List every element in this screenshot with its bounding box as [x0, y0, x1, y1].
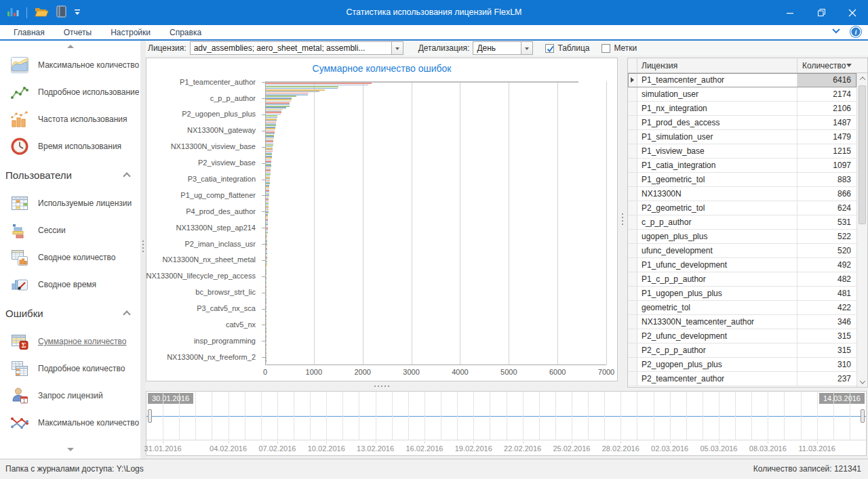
table-row[interactable]: geometric_tol422: [628, 301, 856, 315]
table-row[interactable]: P1_nx_integration2106: [628, 102, 856, 116]
menu-tab-4[interactable]: Справка: [160, 26, 211, 39]
range-track[interactable]: 30.01.2016 14.03.2016: [146, 392, 866, 440]
menu-tab-2[interactable]: Отчеты: [54, 26, 101, 39]
table-row[interactable]: simulation_user2174: [628, 87, 856, 102]
sidebar-item-сводное-количество[interactable]: Сводное количество: [0, 244, 140, 271]
detail-combobox[interactable]: День: [473, 41, 533, 55]
sidebar-item-максимальное-количество[interactable]: Максимальное количество: [0, 51, 140, 79]
open-folder-icon[interactable]: [35, 6, 49, 19]
timeline-date-label: 05.03.2016: [700, 444, 737, 453]
table-row[interactable]: P1_geometric_tol883: [628, 173, 856, 187]
table-row[interactable]: P2_geometric_tol624: [628, 201, 856, 215]
menu-tab-1[interactable]: Главная: [4, 26, 54, 39]
chart-gridline: [314, 81, 315, 365]
timeline-gridline: [473, 392, 474, 440]
scroll-up-button[interactable]: [857, 73, 867, 83]
timeline-gridline: [212, 392, 212, 440]
row-indicator-cell: [628, 159, 637, 172]
y-axis-tick-mark: [262, 341, 265, 341]
table-row[interactable]: P1_ufunc_development492: [628, 258, 856, 272]
chart-timeline-splitter-handle[interactable]: [146, 381, 618, 391]
y-axis-tick-label: P3_catv5_nx_sca: [197, 305, 256, 312]
qat-dropdown-icon[interactable]: [74, 8, 81, 18]
table-header-count[interactable]: Количество: [797, 58, 856, 72]
license-combobox[interactable]: adv_assemblies; aero_sheet_metal; assemb…: [190, 41, 403, 55]
sidebar-item-частота-использования[interactable]: Частота использования: [0, 106, 140, 133]
scroll-down-button[interactable]: [857, 377, 867, 387]
table-header-license[interactable]: Лицензия: [637, 58, 797, 72]
timeline-gridline: [703, 392, 703, 440]
license-name-cell: P1_catia_integration: [637, 159, 797, 172]
row-indicator-cell: [628, 215, 637, 229]
timeline-gridline: [735, 392, 736, 440]
detail-combobox-dropdown-button[interactable]: [521, 42, 532, 54]
sidebar-item-используемые-лицензии[interactable]: Используемые лицензии: [0, 190, 140, 217]
table-row[interactable]: P1_ugopen_plus_plus481: [628, 287, 856, 301]
table-scrollbar[interactable]: [856, 73, 867, 387]
range-left-handle[interactable]: [148, 409, 152, 423]
minimize-button[interactable]: [774, 0, 806, 25]
sidebar-section-ошибки[interactable]: Ошибки: [0, 298, 140, 328]
license-request-icon: 1: [9, 386, 30, 406]
ribbon-expand-chevron-icon[interactable]: [831, 27, 841, 37]
table-row[interactable]: P1_visview_base1215: [628, 144, 856, 159]
table-row[interactable]: P2_ufunc_development315: [628, 329, 856, 343]
table-row[interactable]: P1_c_p_p_author482: [628, 272, 856, 287]
range-start-badge: 30.01.2016: [148, 393, 193, 404]
y-axis-tick-label: bc_browsr_strt_lic: [195, 289, 256, 296]
license-name-cell: P1_prod_des_access: [637, 116, 797, 129]
table-checkbox-box[interactable]: [545, 44, 554, 53]
table-row[interactable]: P2_c_p_p_author315: [628, 343, 856, 358]
labels-checkbox-box[interactable]: [601, 44, 610, 53]
labels-checkbox[interactable]: Метки: [601, 43, 637, 53]
chart-table-splitter-handle[interactable]: [618, 58, 627, 388]
timeline-gridline: [163, 392, 163, 440]
table-row[interactable]: P1_teamcenter_author6416: [628, 73, 856, 87]
scrollbar-thumb[interactable]: [859, 85, 866, 224]
sidebar-scroll-up-button[interactable]: [0, 41, 140, 51]
y-axis-tick-mark: [262, 244, 265, 245]
table-row[interactable]: NX13300N_teamcenter_author346: [628, 315, 856, 329]
logs-folder-status: Папка с журналами доступа: Y:\Logs: [5, 464, 144, 474]
chart-table-splitter-grip-icon: [622, 213, 623, 225]
chart-plot-area: [265, 81, 606, 365]
timeline-date-label: 25.02.2016: [553, 444, 590, 453]
sidebar-item-суммарное-количество[interactable]: ΣСуммарное количество: [0, 328, 140, 355]
table-checkbox[interactable]: Таблица: [545, 43, 589, 53]
sidebar-splitter-handle[interactable]: [140, 41, 146, 459]
sidebar-item-запрос-лицензий[interactable]: 1Запрос лицензий: [0, 382, 140, 409]
sidebar-section-пользователи[interactable]: Пользователи: [0, 160, 140, 190]
y-axis-tick-mark: [262, 114, 265, 115]
restore-button[interactable]: [806, 0, 837, 25]
collapse-chevron-icon: [123, 310, 130, 318]
info-icon[interactable]: i: [850, 26, 861, 37]
sidebar-item-максимальное-количество[interactable]: Максимальное количество: [0, 409, 140, 436]
date-range-control[interactable]: 30.01.2016 14.03.2016 31.01.201604.02.20…: [146, 391, 867, 456]
close-button[interactable]: [837, 0, 868, 25]
menu-tab-3[interactable]: Настройки: [101, 26, 160, 39]
table-row[interactable]: P1_catia_integration1097: [628, 159, 856, 173]
row-indicator-cell: [628, 287, 637, 300]
x-axis-tick-label: 4000: [452, 368, 468, 376]
sidebar-item-сессии[interactable]: Сессии: [0, 217, 140, 244]
sidebar-item-подробное-использование[interactable]: Подробное использование: [0, 79, 140, 106]
table-row[interactable]: P2_ugopen_plus_plus310: [628, 358, 856, 372]
sidebar-scroll-down-button[interactable]: [0, 444, 140, 455]
table-row[interactable]: ugopen_plus_plus522: [628, 230, 856, 244]
license-name-cell: P1_simulation_user: [637, 130, 797, 144]
table-row[interactable]: c_p_p_author531: [628, 215, 856, 230]
range-right-handle[interactable]: [861, 409, 865, 423]
table-row[interactable]: NX13300N866: [628, 187, 856, 201]
license-combobox-dropdown-button[interactable]: [391, 42, 403, 54]
qat-separator: [26, 7, 27, 18]
log-journal-icon[interactable]: [56, 5, 66, 20]
sidebar-item-подробное-количество[interactable]: Подробное количество: [0, 355, 140, 382]
table-row[interactable]: P1_prod_des_access1487: [628, 116, 856, 130]
sidebar-item-сводное-время[interactable]: Сводное время: [0, 271, 140, 298]
table-row[interactable]: ufunc_development520: [628, 244, 856, 258]
table-row[interactable]: P1_simulation_user1479: [628, 130, 856, 144]
ribbon-tab-row: ГлавнаяОтчетыНастройкиСправка i: [0, 25, 868, 41]
sidebar-item-label: Подробное количество: [38, 364, 125, 373]
table-row[interactable]: P2_teamcenter_author237: [628, 372, 856, 386]
sidebar-item-время-использования[interactable]: Время использования: [0, 133, 140, 160]
